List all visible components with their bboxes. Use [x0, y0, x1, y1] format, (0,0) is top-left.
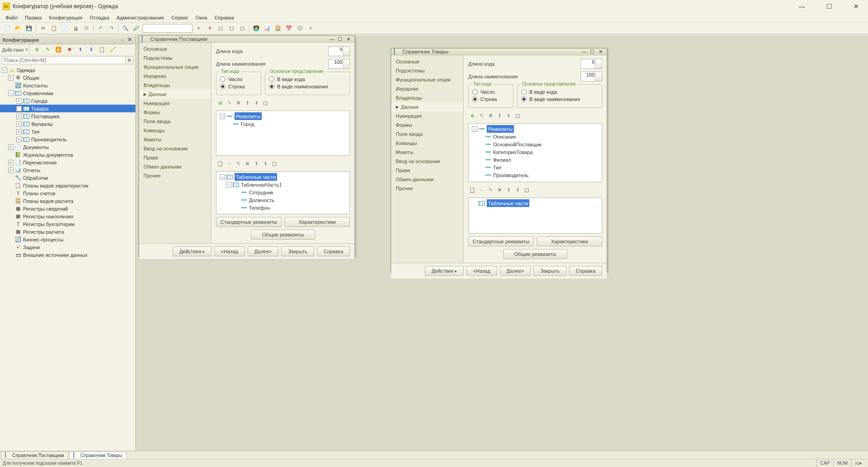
tree-item[interactable]: 📗Журналы документов: [0, 151, 135, 159]
tree-item[interactable]: +Поставщики: [0, 112, 135, 120]
doc-nav-item[interactable]: Обмен данными: [139, 162, 211, 171]
tree-item[interactable]: −Справочники: [0, 89, 135, 97]
requisites-list[interactable]: −Реквизиты ОписаниеОсновнойПоставщикКате…: [468, 123, 602, 182]
expand-icon[interactable]: +: [16, 121, 22, 127]
config-tree[interactable]: − 🗂 Одежда +⚙Общие🔢Константы−Справочники…: [0, 65, 135, 451]
tree-item[interactable]: ▦Регистры расчета: [0, 228, 135, 236]
doc-nav-item[interactable]: Владельцы: [139, 81, 211, 90]
del-tab-icon[interactable]: ✖: [495, 186, 504, 194]
doc-nav-item[interactable]: Макеты: [391, 148, 463, 157]
print-icon[interactable]: 🖨: [71, 24, 81, 34]
doc-nav-item[interactable]: Ввод на основании: [391, 157, 463, 166]
expand-icon[interactable]: +: [8, 160, 14, 165]
box2-icon[interactable]: ▢: [226, 24, 236, 34]
menu-file[interactable]: Файл: [2, 14, 21, 22]
edit-tab-icon[interactable]: ✎: [486, 186, 494, 194]
code-len-input[interactable]: 9: [580, 59, 602, 69]
win-min-icon[interactable]: —: [328, 36, 336, 42]
tree-item[interactable]: 🔧Обработки: [0, 174, 135, 182]
tree-item[interactable]: +Тип: [0, 128, 135, 135]
tree-item[interactable]: ТПланы счетов: [0, 189, 135, 197]
doc-nav-item[interactable]: Права: [139, 153, 211, 162]
find2-icon[interactable]: 🔎: [131, 24, 141, 34]
help-button[interactable]: Справка: [569, 266, 602, 276]
expand-icon[interactable]: −: [226, 182, 231, 188]
bottom-tab-suppliers[interactable]: Справочник Поставщики: [1, 452, 68, 459]
close-button[interactable]: ✕: [847, 2, 865, 11]
cut-icon[interactable]: ✂: [38, 24, 48, 34]
requisite-item[interactable]: Филиал: [470, 156, 600, 164]
new-icon[interactable]: 📄: [2, 24, 12, 34]
menu-windows[interactable]: Окна: [192, 14, 211, 22]
requisites-list[interactable]: −Реквизиты Город: [216, 111, 350, 156]
win-min-icon[interactable]: —: [580, 48, 588, 55]
doc-nav-item[interactable]: Владельцы: [391, 93, 463, 102]
save-icon[interactable]: 💾: [24, 24, 34, 34]
requisite-item[interactable]: Производитель: [470, 171, 600, 179]
actions-button[interactable]: Действия: [425, 266, 464, 276]
down-req-icon[interactable]: ⬇: [252, 99, 260, 107]
open-icon[interactable]: 📂: [13, 24, 23, 34]
tree-item[interactable]: +📊Отчеты: [0, 166, 135, 174]
actions-dd-icon[interactable]: ▾: [25, 47, 28, 53]
win-close-icon[interactable]: ✕: [345, 36, 352, 42]
nav-up-icon[interactable]: 🔼: [53, 45, 63, 55]
tree-item[interactable]: +Города: [0, 97, 135, 105]
search-clear-icon[interactable]: ✕: [125, 56, 134, 64]
down-tab-icon[interactable]: ⬇: [261, 159, 269, 168]
box3-icon[interactable]: ▢: [237, 24, 247, 34]
copy-icon[interactable]: 📋: [49, 24, 59, 34]
toolbar-search-input[interactable]: [143, 24, 192, 33]
requisites-header[interactable]: Реквизиты: [235, 112, 262, 120]
sort-icon[interactable]: 📋: [97, 45, 107, 55]
tree-item[interactable]: ТРегистры бухгалтерии: [0, 220, 135, 228]
radio-number[interactable]: Число: [220, 77, 257, 82]
down-icon[interactable]: ⬇: [86, 45, 96, 55]
help-button[interactable]: Справка: [317, 246, 350, 256]
window-suppliers-titlebar[interactable]: Справочник Поставщики — ☐ ✕: [139, 36, 355, 43]
doc-nav-item[interactable]: Обмен данными: [391, 175, 463, 184]
expand-icon[interactable]: −: [2, 67, 7, 73]
requisite-item[interactable]: КатегорияТовара: [470, 148, 600, 156]
up-icon[interactable]: ⬆: [75, 45, 85, 55]
menu-service[interactable]: Сервис: [168, 14, 192, 22]
tabpart-col[interactable]: Телефон: [218, 204, 348, 212]
doc-nav-item[interactable]: Иерархия: [139, 72, 211, 81]
props-tab-icon[interactable]: ▢: [523, 186, 531, 194]
radio-as-code[interactable]: В виде кода: [269, 77, 346, 82]
expand-icon[interactable]: +: [16, 106, 22, 111]
find-icon[interactable]: 🔍: [120, 24, 130, 34]
expand-icon[interactable]: +: [16, 98, 22, 104]
tree-item[interactable]: ▦Регистры сведений: [0, 205, 135, 212]
tree-item[interactable]: +Товары: [0, 105, 135, 112]
doc-nav-item[interactable]: ▶Данные: [139, 90, 211, 99]
tree-item[interactable]: 🗃Внешние источники данных: [0, 251, 135, 259]
doc-nav-item[interactable]: Формы: [139, 108, 211, 117]
win-max-icon[interactable]: ☐: [589, 48, 596, 55]
requisites-header[interactable]: Реквизиты: [487, 125, 514, 133]
down-req-icon[interactable]: ⬇: [504, 111, 513, 120]
std-requisites-button[interactable]: Стандартные реквизиты: [216, 217, 282, 227]
code-len-input[interactable]: 9: [328, 46, 350, 56]
add-tab-icon[interactable]: 📋: [216, 159, 224, 168]
debug-step-icon[interactable]: 📊: [262, 24, 272, 34]
close-button[interactable]: Закрыть: [281, 246, 314, 256]
edit-tab-icon[interactable]: ✎: [234, 159, 242, 168]
expand-icon[interactable]: −: [220, 114, 225, 119]
requisite-item[interactable]: Город: [218, 120, 348, 128]
tabpart-col[interactable]: Сотрудник: [218, 188, 348, 196]
expand-icon[interactable]: +: [16, 129, 22, 135]
requisite-item[interactable]: Описание: [470, 133, 600, 140]
clear-icon[interactable]: ✕: [205, 24, 215, 34]
common-requisites-button[interactable]: Общие реквизиты: [503, 249, 567, 259]
doc-nav-item[interactable]: Нумерация: [391, 111, 463, 120]
doc-nav-item[interactable]: Поле ввода: [139, 117, 211, 126]
doc-nav-item[interactable]: ▶Данные: [391, 102, 463, 111]
doc-nav-item[interactable]: Подсистемы: [139, 53, 211, 63]
add-icon[interactable]: ⊕: [32, 45, 42, 55]
status-lang[interactable]: ru ▾: [851, 459, 865, 467]
doc-nav-item[interactable]: Поле ввода: [391, 130, 463, 139]
compare-icon[interactable]: ⧉: [82, 24, 91, 34]
win-max-icon[interactable]: ☐: [336, 36, 344, 42]
menu-debug[interactable]: Отладка: [86, 14, 113, 22]
